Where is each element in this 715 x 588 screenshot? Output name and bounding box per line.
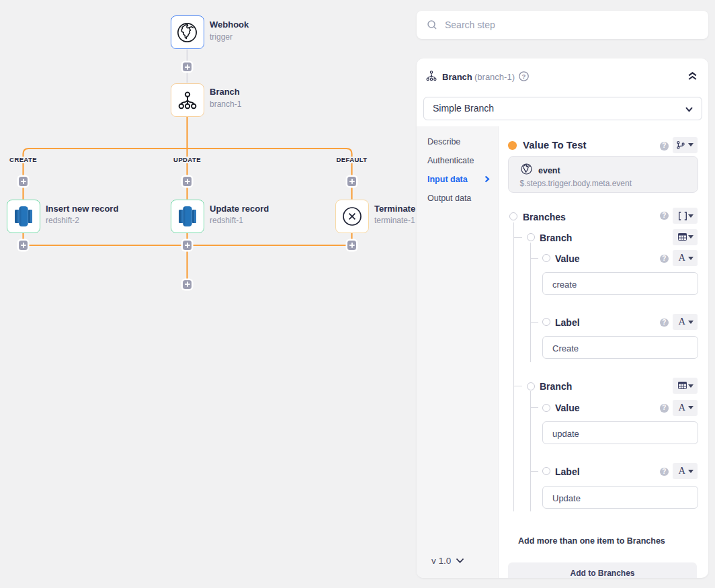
svg-text:?: ? bbox=[522, 73, 526, 80]
